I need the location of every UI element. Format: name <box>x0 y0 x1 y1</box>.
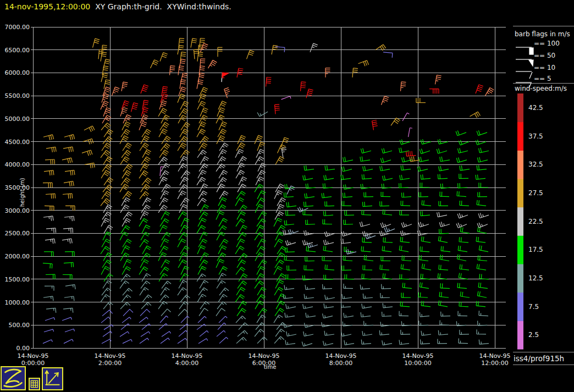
wind-barb <box>477 223 488 228</box>
wind-barb <box>103 136 112 143</box>
wind-barb <box>441 312 450 316</box>
zeb-logo-button[interactable] <box>1 366 26 390</box>
wind-barb <box>438 174 448 179</box>
wind-barb <box>304 294 314 299</box>
wind-barb <box>266 78 272 87</box>
wind-barb <box>180 150 190 158</box>
y-tick-label: 2000.00 <box>5 253 30 260</box>
wind-barb <box>218 323 226 329</box>
wind-barb <box>410 156 420 162</box>
wind-barb <box>421 301 430 307</box>
wind-barb <box>286 211 295 216</box>
barb-legend-sample <box>516 71 532 79</box>
wind-barb <box>238 281 247 289</box>
wind-barb <box>274 315 283 323</box>
wind-barb <box>343 322 352 326</box>
colorbar-segment <box>517 150 523 179</box>
wind-barb <box>323 246 333 252</box>
wind-barb <box>460 227 470 233</box>
wind-barb <box>180 324 189 330</box>
wind-barb <box>324 175 334 180</box>
wind-barb <box>284 285 294 289</box>
wind-barb <box>103 302 113 309</box>
wind-barb <box>476 237 485 242</box>
wind-barb <box>401 264 410 270</box>
wind-barb <box>341 231 352 236</box>
wind-barb <box>478 192 487 197</box>
wind-barb <box>103 205 112 213</box>
wind-barb <box>104 325 113 330</box>
wind-barb <box>120 332 129 336</box>
y-tick-label: 7000.00 <box>5 24 30 31</box>
wind-barb <box>199 308 208 316</box>
y-tick-label: 4000.00 <box>5 161 30 168</box>
wind-barb <box>200 157 209 165</box>
wind-barb <box>477 329 486 334</box>
wind-barb <box>257 191 266 199</box>
wind-barb <box>142 246 151 254</box>
wind-barb <box>64 296 74 301</box>
grid-tool-button[interactable] <box>29 378 40 390</box>
wind-barb <box>478 213 489 218</box>
wind-barb <box>477 130 487 135</box>
x-axis-title: time <box>264 364 277 370</box>
wind-barb <box>277 322 286 329</box>
wind-barb <box>102 191 111 199</box>
wind-barb <box>421 236 430 242</box>
wind-barb <box>161 338 169 344</box>
x-tick-date: 14-Nov-95 <box>402 352 433 360</box>
wind-barb <box>401 201 410 206</box>
wind-barb <box>160 316 168 323</box>
wind-barb <box>257 219 266 227</box>
wind-barb <box>400 175 410 180</box>
wind-barb <box>84 126 95 132</box>
wind-barb <box>382 96 389 105</box>
wind-barb <box>459 339 468 344</box>
wind-barb <box>44 329 54 332</box>
wind-barb <box>258 308 267 316</box>
wind-barb <box>141 85 148 93</box>
wind-barb <box>65 252 74 257</box>
wind-barb <box>45 317 55 320</box>
wind-barb <box>401 192 411 197</box>
wind-barb <box>381 192 390 197</box>
barb-legend-label: == 100 <box>534 40 560 47</box>
wind-barb <box>458 183 467 188</box>
wind-barb <box>460 201 469 206</box>
wind-barb <box>439 264 448 270</box>
wind-barb <box>361 312 371 317</box>
wind-barb <box>419 192 428 197</box>
wind-barb <box>380 265 389 270</box>
wind-barb <box>217 330 225 336</box>
wind-barb <box>457 255 466 261</box>
wind-barb <box>63 275 72 280</box>
y-axis-title: height (m) <box>19 178 25 207</box>
wind-barb <box>180 246 189 254</box>
wind-barb <box>141 332 150 336</box>
wind-barb <box>306 313 316 317</box>
wind-barb <box>477 200 486 206</box>
wind-barb <box>93 38 100 47</box>
wind-barb <box>101 295 110 302</box>
wind-barb <box>43 263 52 269</box>
wind-barb <box>439 166 449 171</box>
wind-barb <box>361 246 371 252</box>
wind-barb <box>218 178 227 185</box>
wind-barb <box>85 163 95 168</box>
wind-barb <box>257 287 266 295</box>
wind-barb <box>142 129 151 137</box>
wind-barb <box>121 178 130 185</box>
wind-barb <box>104 274 113 281</box>
wind-barb <box>322 313 333 318</box>
wind-barb <box>420 148 430 153</box>
wind-barb <box>274 336 284 344</box>
colorbar-value: 32.5 <box>528 161 543 168</box>
wind-barb <box>236 316 246 323</box>
wind-barb <box>102 143 111 151</box>
wind-barb <box>384 227 395 232</box>
wind-barb <box>104 178 113 185</box>
barb-legend-title: barb flags in m/s <box>515 30 570 38</box>
wind-barb <box>142 324 151 330</box>
wind-barb <box>362 303 372 308</box>
xy-plot-tool-button[interactable] <box>42 367 63 390</box>
